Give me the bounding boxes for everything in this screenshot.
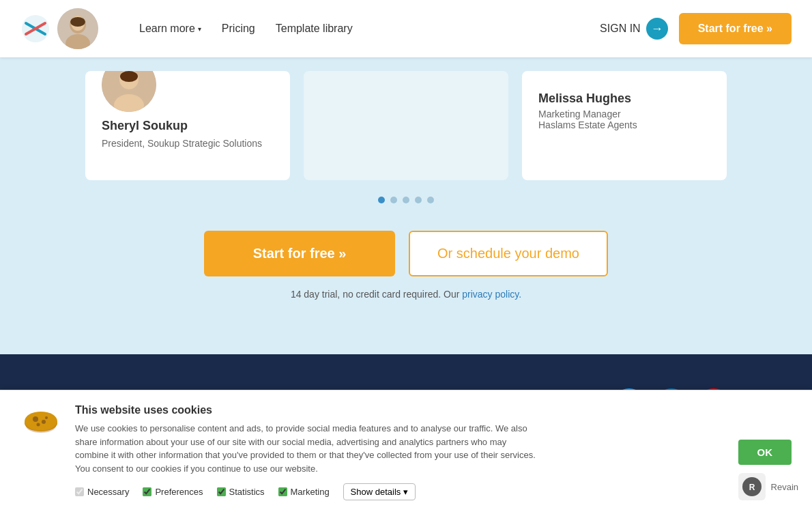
preferences-checkbox[interactable] xyxy=(143,487,151,496)
necessary-text: Necessary xyxy=(87,487,129,496)
marketing-checkbox[interactable] xyxy=(278,487,287,496)
svg-text:R: R xyxy=(749,483,755,492)
pricing-label: Pricing xyxy=(222,23,255,35)
testimonial-title-1: President, Soukup Strategic Solutions xyxy=(102,137,262,151)
svg-point-18 xyxy=(45,416,48,419)
cookie-icon xyxy=(20,404,61,445)
svg-point-11 xyxy=(120,71,138,82)
revain-logo-icon: R xyxy=(738,473,766,496)
cookie-necessary-label[interactable]: Necessary xyxy=(75,487,129,496)
testimonial-name-1: Sheryl Soukup xyxy=(102,119,188,133)
marketing-text: Marketing xyxy=(291,487,330,496)
dot-3[interactable] xyxy=(403,197,409,203)
necessary-checkbox[interactable] xyxy=(75,487,84,496)
nav-learn-more[interactable]: Learn more ▾ xyxy=(139,23,201,35)
cta-section: Start for free » Or schedule your demo xyxy=(0,231,812,276)
cookie-title: This website uses cookies xyxy=(75,404,725,416)
dot-2[interactable] xyxy=(390,197,397,203)
show-details-button[interactable]: Show details ▾ xyxy=(343,483,416,496)
chevron-down-icon: ▾ xyxy=(198,25,201,33)
cookie-controls: Necessary Preferences Statistics Marketi… xyxy=(75,483,725,496)
trial-text-label: 14 day trial, no credit card required. O… xyxy=(291,289,459,300)
schedule-demo-button[interactable]: Or schedule your demo xyxy=(409,231,608,276)
dot-1[interactable] xyxy=(378,197,385,203)
testimonial-name-3: Melissa Hughes xyxy=(538,91,710,106)
app-logo[interactable] xyxy=(20,14,50,44)
statistics-text: Statistics xyxy=(229,487,265,496)
svg-point-16 xyxy=(42,420,46,424)
testimonial-card-3: Melissa Hughes Marketing Manager Haslams… xyxy=(522,71,727,180)
testimonial-card-1: Sheryl Soukup President, Soukup Strategi… xyxy=(85,71,290,180)
dot-4[interactable] xyxy=(415,197,422,203)
nav-pricing[interactable]: Pricing xyxy=(222,23,255,35)
avatar xyxy=(57,8,98,49)
svg-point-7 xyxy=(70,17,85,27)
show-details-label: Show details xyxy=(351,487,401,496)
nav-template-library[interactable]: Template library xyxy=(276,23,353,35)
testimonial-subtitle-3: Marketing Manager xyxy=(538,109,710,119)
privacy-policy-link[interactable]: privacy policy. xyxy=(462,289,521,300)
testimonial-avatar-1 xyxy=(102,71,156,112)
svg-point-15 xyxy=(33,416,38,422)
testimonial-card-2 xyxy=(304,71,508,180)
cookie-body-text: We use cookies to personalise content an… xyxy=(75,422,539,475)
sign-in-label: SIGN IN xyxy=(600,23,641,35)
cookie-marketing-label[interactable]: Marketing xyxy=(278,487,330,496)
cookie-icon-wrap xyxy=(20,404,61,448)
sign-in-button[interactable]: SIGN IN → xyxy=(600,18,668,40)
chevron-down-icon: ▾ xyxy=(403,487,408,496)
revain-widget[interactable]: R Revain xyxy=(738,473,798,496)
sign-in-icon: → xyxy=(646,18,668,40)
cookie-banner: This website uses cookies We use cookies… xyxy=(0,390,812,496)
cookie-content: This website uses cookies We use cookies… xyxy=(75,404,725,496)
dot-5[interactable] xyxy=(427,197,434,203)
cookie-ok-button[interactable]: OK xyxy=(738,440,792,465)
nav-links: Learn more ▾ Pricing Template library xyxy=(139,23,353,35)
trial-text: 14 day trial, no credit card required. O… xyxy=(0,289,812,300)
navbar: Learn more ▾ Pricing Template library SI… xyxy=(0,0,812,57)
testimonial-company-3: Haslams Estate Agents xyxy=(538,119,710,130)
start-free-nav-button[interactable]: Start for free » xyxy=(679,13,792,44)
template-library-label: Template library xyxy=(276,23,353,35)
logo-area xyxy=(20,8,98,49)
start-free-cta-button[interactable]: Start for free » xyxy=(204,231,395,276)
learn-more-label: Learn more xyxy=(139,23,195,35)
preferences-text: Preferences xyxy=(155,487,203,496)
revain-label: Revain xyxy=(771,482,798,492)
cookie-preferences-label[interactable]: Preferences xyxy=(143,487,203,496)
statistics-checkbox[interactable] xyxy=(217,487,226,496)
svg-point-17 xyxy=(37,423,40,427)
main-content: Sheryl Soukup President, Soukup Strategi… xyxy=(0,57,812,354)
navbar-right: SIGN IN → Start for free » xyxy=(600,13,792,44)
carousel-dots xyxy=(0,197,812,203)
testimonial-section: Sheryl Soukup President, Soukup Strategi… xyxy=(0,71,812,180)
svg-point-14 xyxy=(25,412,57,431)
cookie-statistics-label[interactable]: Statistics xyxy=(217,487,265,496)
